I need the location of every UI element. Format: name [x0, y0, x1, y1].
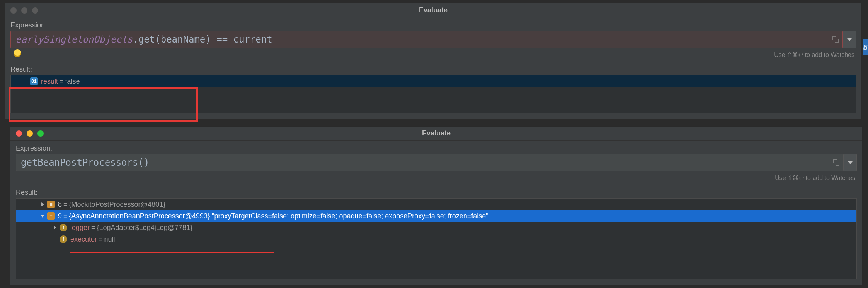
var-name: executor [70, 235, 97, 243]
equals-sign: = [62, 212, 69, 220]
equals-sign: = [58, 77, 65, 86]
chevron-down-icon [847, 38, 852, 41]
field-icon: f [60, 235, 67, 243]
result-label: Result: [10, 185, 862, 198]
expression-input[interactable]: getBeanPostProcessors() [16, 154, 844, 171]
var-value: {MockitoPostProcessor@4801} [69, 201, 165, 209]
titlebar: Evaluate [10, 127, 862, 141]
var-name: logger [70, 224, 90, 232]
shortcut-hint: Use ⇧⌘↩ to add to Watches [5, 50, 861, 62]
array-element-icon: ≡ [47, 201, 55, 208]
var-name: result [41, 77, 58, 86]
var-value-string: "proxyTargetClass=false; optimize=false;… [212, 212, 488, 220]
var-name: 8 [58, 201, 62, 209]
history-dropdown-button[interactable] [843, 31, 856, 48]
lightbulb-icon[interactable] [14, 49, 21, 57]
list-item[interactable]: f executor = null [16, 233, 856, 245]
window-controls [16, 130, 44, 137]
expression-label: Expression: [5, 17, 861, 31]
chevron-down-icon [848, 161, 853, 164]
expression-token-object: earlySingletonObjects [15, 34, 133, 45]
chevron-right-icon [41, 202, 44, 206]
expression-input[interactable]: earlySingletonObjects.get(beanName) == c… [10, 31, 843, 48]
window-title: Evaluate [10, 129, 862, 137]
field-icon: f [60, 224, 67, 231]
list-item[interactable]: ≡ 8 = {MockitoPostProcessor@4801} [16, 199, 856, 210]
var-name: 9 [58, 212, 62, 220]
list-item[interactable]: f logger = {LogAdapter$Log4jLog@7781} [16, 222, 856, 233]
titlebar: Evaluate [5, 3, 861, 17]
chevron-down-icon [41, 215, 44, 218]
maximize-icon[interactable] [32, 7, 38, 14]
equals-sign: = [90, 224, 97, 232]
close-icon[interactable] [10, 7, 17, 14]
evaluate-dialog-2: Evaluate Expression: getBeanPostProcesso… [10, 126, 863, 285]
expander-collapsed[interactable] [52, 225, 58, 231]
minimize-icon[interactable] [27, 130, 33, 137]
array-element-icon: ≡ [47, 212, 55, 220]
history-dropdown-button[interactable] [844, 154, 857, 171]
primitive-icon: 01 [30, 77, 38, 85]
expression-label: Expression: [10, 141, 862, 154]
equals-sign: = [62, 201, 69, 209]
var-value: {LogAdapter$Log4jLog@7781} [97, 224, 193, 232]
window-controls [10, 7, 38, 14]
expression-token-paren: () [138, 157, 149, 168]
result-row[interactable]: 01 result = false [11, 75, 856, 87]
chevron-right-icon [54, 226, 56, 230]
var-value-ref: {AsyncAnnotationBeanPostProcessor@4993} [69, 212, 210, 220]
var-value: null [104, 235, 115, 243]
result-panel: ≡ 8 = {MockitoPostProcessor@4801} ≡ 9 = … [16, 198, 857, 279]
side-tab: 5 [863, 39, 868, 55]
minimize-icon[interactable] [21, 7, 27, 14]
expand-icon[interactable] [833, 159, 839, 166]
expander-expanded[interactable] [39, 213, 46, 219]
var-value: false [65, 77, 80, 86]
maximize-icon[interactable] [37, 130, 44, 137]
equals-sign: = [97, 235, 104, 243]
expand-icon[interactable] [832, 36, 839, 43]
result-panel: 01 result = false [10, 75, 856, 113]
result-label: Result: [5, 62, 861, 75]
close-icon[interactable] [16, 130, 22, 137]
list-item[interactable]: ≡ 9 = {AsyncAnnotationBeanPostProcessor@… [16, 210, 856, 222]
shortcut-hint: Use ⇧⌘↩ to add to Watches [10, 173, 862, 185]
expression-token-tail: .get(beanName) == current [133, 34, 272, 45]
expression-token-fn: getBeanPostProcessors [21, 157, 138, 168]
evaluate-dialog-1: Evaluate Expression: earlySingletonObjec… [5, 3, 862, 119]
window-title: Evaluate [5, 6, 861, 14]
expander-collapsed[interactable] [39, 201, 46, 207]
